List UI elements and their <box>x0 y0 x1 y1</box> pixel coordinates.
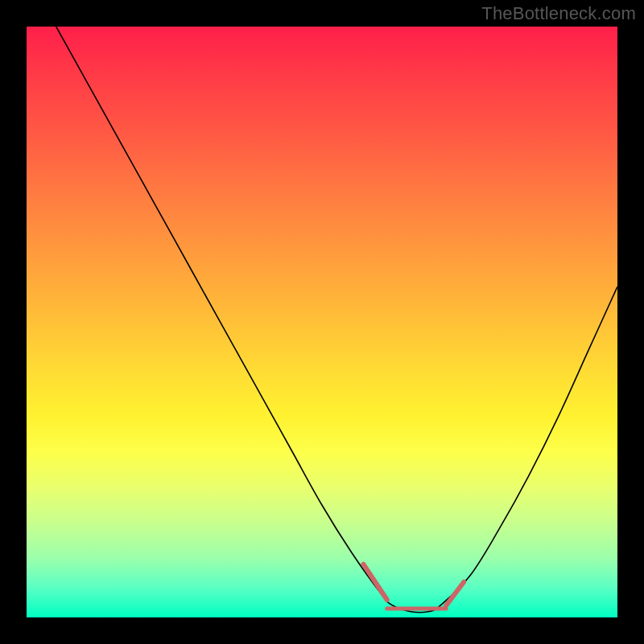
left-transition-marker <box>363 564 386 600</box>
watermark-text: TheBottleneck.com <box>481 3 636 24</box>
bottleneck-curve <box>56 27 617 613</box>
annotation-markers <box>363 564 464 609</box>
chart-container: TheBottleneck.com <box>0 0 644 644</box>
right-transition-marker <box>446 582 464 605</box>
chart-overlay <box>27 27 617 617</box>
